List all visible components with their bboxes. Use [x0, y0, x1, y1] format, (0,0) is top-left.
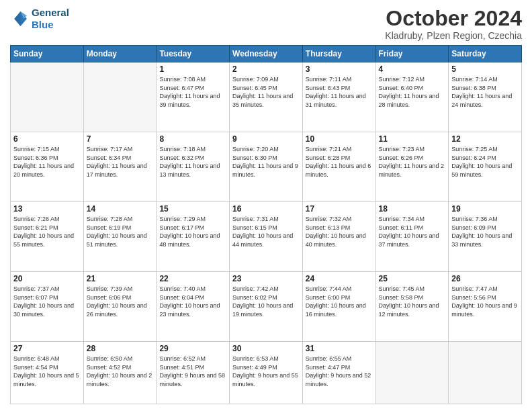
- calendar-cell-w2-d6: 11Sunrise: 7:23 AMSunset: 6:26 PMDayligh…: [375, 132, 449, 202]
- calendar-cell-w1-d1: [11, 62, 84, 132]
- cell-details: Sunrise: 7:28 AMSunset: 6:19 PMDaylight:…: [87, 215, 154, 248]
- cell-details: Sunrise: 7:47 AMSunset: 5:56 PMDaylight:…: [451, 285, 519, 318]
- day-number: 13: [13, 204, 81, 214]
- day-number: 10: [306, 134, 373, 144]
- col-monday: Monday: [83, 46, 157, 62]
- cell-details: Sunrise: 7:09 AMSunset: 6:45 PMDaylight:…: [232, 75, 300, 109]
- page-header: General Blue October 2024 Kladruby, Plze…: [10, 7, 522, 41]
- cell-details: Sunrise: 7:21 AMSunset: 6:28 PMDaylight:…: [306, 145, 373, 179]
- day-number: 20: [13, 274, 81, 283]
- calendar-cell-w3-d6: 18Sunrise: 7:34 AMSunset: 6:11 PMDayligh…: [375, 202, 449, 272]
- day-number: 28: [87, 344, 154, 353]
- day-number: 11: [379, 134, 446, 144]
- calendar-cell-w4-d7: 26Sunrise: 7:47 AMSunset: 5:56 PMDayligh…: [449, 272, 522, 342]
- cell-details: Sunrise: 7:45 AMSunset: 5:58 PMDaylight:…: [379, 285, 446, 318]
- cell-details: Sunrise: 7:17 AMSunset: 6:34 PMDaylight:…: [87, 145, 154, 179]
- day-number: 23: [232, 274, 300, 283]
- cell-details: Sunrise: 7:36 AMSunset: 6:09 PMDaylight:…: [451, 215, 519, 248]
- day-number: 24: [306, 274, 373, 283]
- calendar-cell-w1-d6: 4Sunrise: 7:12 AMSunset: 6:40 PMDaylight…: [375, 62, 449, 132]
- cell-details: Sunrise: 7:18 AMSunset: 6:32 PMDaylight:…: [159, 145, 226, 179]
- calendar-cell-w5-d1: 27Sunrise: 6:48 AMSunset: 4:54 PMDayligh…: [11, 341, 84, 404]
- day-number: 31: [306, 344, 373, 353]
- calendar-cell-w5-d6: [375, 341, 449, 404]
- cell-details: Sunrise: 6:52 AMSunset: 4:51 PMDaylight:…: [159, 355, 226, 388]
- day-number: 3: [306, 64, 373, 74]
- cell-details: Sunrise: 7:08 AMSunset: 6:47 PMDaylight:…: [159, 75, 226, 109]
- cell-details: Sunrise: 7:37 AMSunset: 6:07 PMDaylight:…: [13, 285, 81, 318]
- calendar-cell-w3-d2: 14Sunrise: 7:28 AMSunset: 6:19 PMDayligh…: [83, 202, 157, 272]
- calendar-cell-w2-d4: 9Sunrise: 7:20 AMSunset: 6:30 PMDaylight…: [230, 132, 303, 202]
- logo: General Blue: [10, 7, 69, 31]
- day-number: 7: [87, 134, 154, 144]
- day-number: 2: [232, 64, 300, 74]
- cell-details: Sunrise: 7:29 AMSunset: 6:17 PMDaylight:…: [159, 215, 226, 248]
- calendar-cell-w2-d5: 10Sunrise: 7:21 AMSunset: 6:28 PMDayligh…: [302, 132, 375, 202]
- calendar-cell-w2-d7: 12Sunrise: 7:25 AMSunset: 6:24 PMDayligh…: [449, 132, 522, 202]
- day-number: 25: [379, 274, 446, 283]
- logo-line2: Blue: [32, 19, 69, 31]
- day-number: 8: [159, 134, 226, 144]
- cell-details: Sunrise: 6:55 AMSunset: 4:47 PMDaylight:…: [306, 355, 373, 388]
- col-thursday: Thursday: [302, 46, 375, 62]
- calendar-table: Sunday Monday Tuesday Wednesday Thursday…: [10, 45, 522, 404]
- calendar-cell-w4-d5: 24Sunrise: 7:44 AMSunset: 6:00 PMDayligh…: [302, 272, 375, 342]
- calendar-cell-w4-d6: 25Sunrise: 7:45 AMSunset: 5:58 PMDayligh…: [375, 272, 449, 342]
- calendar-cell-w3-d5: 17Sunrise: 7:32 AMSunset: 6:13 PMDayligh…: [302, 202, 375, 272]
- cell-details: Sunrise: 6:50 AMSunset: 4:52 PMDaylight:…: [87, 355, 154, 388]
- day-number: 22: [159, 274, 226, 283]
- cell-details: Sunrise: 7:11 AMSunset: 6:43 PMDaylight:…: [306, 75, 373, 109]
- day-number: 18: [379, 204, 446, 214]
- cell-details: Sunrise: 7:20 AMSunset: 6:30 PMDaylight:…: [232, 145, 300, 179]
- col-wednesday: Wednesday: [230, 46, 303, 62]
- cell-details: Sunrise: 7:23 AMSunset: 6:26 PMDaylight:…: [379, 145, 446, 179]
- day-number: 30: [232, 344, 300, 353]
- cell-details: Sunrise: 7:32 AMSunset: 6:13 PMDaylight:…: [306, 215, 373, 248]
- cell-details: Sunrise: 7:12 AMSunset: 6:40 PMDaylight:…: [379, 75, 446, 109]
- day-number: 16: [232, 204, 300, 214]
- day-number: 17: [306, 204, 373, 214]
- calendar-cell-w2-d2: 7Sunrise: 7:17 AMSunset: 6:34 PMDaylight…: [83, 132, 157, 202]
- calendar-cell-w3-d4: 16Sunrise: 7:31 AMSunset: 6:15 PMDayligh…: [230, 202, 303, 272]
- calendar-cell-w1-d4: 2Sunrise: 7:09 AMSunset: 6:45 PMDaylight…: [230, 62, 303, 132]
- calendar-cell-w1-d2: [83, 62, 157, 132]
- cell-details: Sunrise: 7:40 AMSunset: 6:04 PMDaylight:…: [159, 285, 226, 318]
- cell-details: Sunrise: 7:26 AMSunset: 6:21 PMDaylight:…: [13, 215, 81, 248]
- col-sunday: Sunday: [11, 46, 84, 62]
- day-number: 21: [87, 274, 154, 283]
- calendar-week-4: 20Sunrise: 7:37 AMSunset: 6:07 PMDayligh…: [11, 272, 522, 342]
- calendar-cell-w5-d4: 30Sunrise: 6:53 AMSunset: 4:49 PMDayligh…: [230, 341, 303, 404]
- logo-text: General Blue: [32, 7, 69, 31]
- cell-details: Sunrise: 6:48 AMSunset: 4:54 PMDaylight:…: [13, 355, 81, 388]
- calendar-cell-w4-d4: 23Sunrise: 7:42 AMSunset: 6:02 PMDayligh…: [230, 272, 303, 342]
- month-title: October 2024: [385, 7, 522, 30]
- day-number: 4: [379, 64, 446, 74]
- calendar-cell-w3-d3: 15Sunrise: 7:29 AMSunset: 6:17 PMDayligh…: [157, 202, 230, 272]
- day-number: 29: [159, 344, 226, 353]
- calendar-week-1: 1Sunrise: 7:08 AMSunset: 6:47 PMDaylight…: [11, 62, 522, 132]
- calendar-cell-w5-d5: 31Sunrise: 6:55 AMSunset: 4:47 PMDayligh…: [302, 341, 375, 404]
- day-number: 26: [451, 274, 519, 283]
- calendar-cell-w5-d7: [449, 341, 522, 404]
- day-number: 15: [159, 204, 226, 214]
- calendar-cell-w1-d5: 3Sunrise: 7:11 AMSunset: 6:43 PMDaylight…: [302, 62, 375, 132]
- calendar-week-2: 6Sunrise: 7:15 AMSunset: 6:36 PMDaylight…: [11, 132, 522, 202]
- calendar-cell-w4-d2: 21Sunrise: 7:39 AMSunset: 6:06 PMDayligh…: [83, 272, 157, 342]
- cell-details: Sunrise: 7:25 AMSunset: 6:24 PMDaylight:…: [451, 145, 519, 179]
- day-number: 1: [159, 64, 226, 74]
- col-tuesday: Tuesday: [157, 46, 230, 62]
- cell-details: Sunrise: 6:53 AMSunset: 4:49 PMDaylight:…: [232, 355, 300, 388]
- calendar-cell-w2-d3: 8Sunrise: 7:18 AMSunset: 6:32 PMDaylight…: [157, 132, 230, 202]
- cell-details: Sunrise: 7:14 AMSunset: 6:38 PMDaylight:…: [451, 75, 519, 109]
- day-number: 19: [451, 204, 519, 214]
- logo-icon: [10, 9, 29, 28]
- cell-details: Sunrise: 7:44 AMSunset: 6:00 PMDaylight:…: [306, 285, 373, 318]
- cell-details: Sunrise: 7:42 AMSunset: 6:02 PMDaylight:…: [232, 285, 300, 318]
- day-number: 5: [451, 64, 519, 74]
- day-number: 14: [87, 204, 154, 214]
- cell-details: Sunrise: 7:31 AMSunset: 6:15 PMDaylight:…: [232, 215, 300, 248]
- col-friday: Friday: [375, 46, 449, 62]
- calendar-week-5: 27Sunrise: 6:48 AMSunset: 4:54 PMDayligh…: [11, 341, 522, 404]
- cell-details: Sunrise: 7:15 AMSunset: 6:36 PMDaylight:…: [13, 145, 81, 179]
- calendar-cell-w4-d3: 22Sunrise: 7:40 AMSunset: 6:04 PMDayligh…: [157, 272, 230, 342]
